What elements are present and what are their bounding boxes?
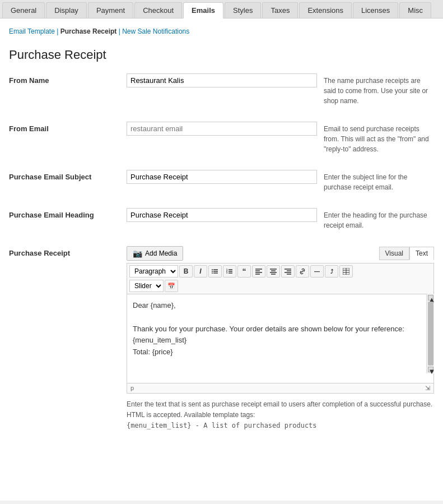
breadcrumb-email-template[interactable]: Email Template	[9, 27, 55, 35]
calendar-button[interactable]: 📅	[165, 280, 178, 292]
slider-select[interactable]: Slider	[129, 280, 164, 292]
paragraph-select[interactable]: Paragraph	[129, 265, 178, 278]
editor-toolbar: Paragraph B I 123 “	[127, 263, 434, 294]
editor-line-3: Thank you for your purchase. Your order …	[133, 323, 422, 335]
tab-extensions[interactable]: Extensions	[299, 2, 352, 18]
numbered-list-button[interactable]: 123	[223, 265, 236, 278]
toolbar-row-2: Slider 📅	[129, 280, 431, 292]
heading-hint: Enter the heading for the purchase recei…	[324, 208, 430, 230]
editor-line-4: {menu_item_list}	[133, 335, 422, 346]
add-media-button[interactable]: 📷 Add Media	[127, 246, 183, 261]
editor-content[interactable]: Dear {name}, Thank you for your purchase…	[127, 294, 434, 383]
editor-description: Enter the text that is sent as purchase …	[127, 399, 434, 432]
subject-hint: Enter the subject line for the purchase …	[324, 170, 430, 192]
italic-button[interactable]: I	[194, 265, 207, 278]
purchase-receipt-label: Purchase Receipt	[9, 246, 127, 257]
editor-wrapper: Dear {name}, Thank you for your purchase…	[127, 294, 434, 383]
from-email-field: Email to send purchase receipts from. Th…	[127, 122, 434, 154]
form-row-heading: Purchase Email Heading Enter the heading…	[9, 208, 434, 235]
svg-point-4	[212, 271, 213, 272]
form-row-from-name: From Name The name purchase receipts are…	[9, 73, 434, 110]
from-email-input[interactable]	[127, 122, 317, 136]
editor-scrollbar[interactable]: ▲ ▼	[426, 294, 434, 373]
desc-main: Enter the text that is sent as purchase …	[127, 400, 432, 419]
resize-handle[interactable]: ⇲	[425, 385, 430, 392]
tab-general[interactable]: General	[2, 2, 45, 18]
top-nav: General Display Payment Checkout Emails …	[0, 0, 443, 19]
toolbar-row-1: Paragraph B I 123 “	[129, 265, 431, 278]
scroll-up-arrow[interactable]: ▲	[428, 295, 433, 300]
from-email-hint: Email to send purchase receipts from. Th…	[324, 122, 430, 154]
editor-line-1: Dear {name},	[133, 300, 422, 312]
page-title: Purchase Receipt	[9, 48, 434, 62]
heading-label: Purchase Email Heading	[9, 208, 127, 219]
from-name-hint: The name purchase receipts are said to c…	[324, 73, 430, 106]
link-button[interactable]	[296, 265, 309, 278]
align-left-icon	[255, 268, 262, 275]
svg-point-5	[212, 272, 213, 274]
breadcrumb-current: Purchase Receipt	[60, 27, 117, 35]
tab-misc[interactable]: Misc	[399, 2, 431, 18]
breadcrumb-new-sale[interactable]: New Sale Notifications	[122, 27, 189, 35]
tab-payment[interactable]: Payment	[88, 2, 133, 18]
subject-input[interactable]	[127, 170, 317, 184]
text-tab[interactable]: Text	[409, 247, 434, 260]
breadcrumb: Email Template | Purchase Receipt | New …	[9, 24, 434, 39]
more-button[interactable]: —	[310, 265, 324, 278]
from-name-label: From Name	[9, 73, 127, 85]
desc-tag1: {menu_item_list} - A list of purchased p…	[127, 422, 317, 429]
from-name-field: The name purchase receipts are said to c…	[127, 73, 434, 106]
subject-field: Enter the subject line for the purchase …	[127, 170, 434, 192]
editor-line-5: Total: {price}	[133, 346, 422, 358]
bullet-list-button[interactable]	[208, 265, 222, 278]
breadcrumb-sep1: |	[57, 27, 58, 35]
heading-input[interactable]	[127, 208, 317, 222]
align-center-button[interactable]	[267, 265, 280, 278]
svg-point-3	[212, 269, 213, 270]
tab-checkout[interactable]: Checkout	[134, 2, 182, 18]
table-button[interactable]	[339, 265, 353, 278]
align-right-button[interactable]	[281, 265, 295, 278]
heading-field: Enter the heading for the purchase recei…	[127, 208, 434, 230]
svg-text:3: 3	[226, 271, 228, 274]
link-icon	[299, 268, 306, 275]
from-name-input[interactable]	[127, 73, 317, 87]
main-content: Email Template | Purchase Receipt | New …	[0, 19, 443, 501]
tab-emails[interactable]: Emails	[183, 2, 223, 19]
subject-label: Purchase Email Subject	[9, 170, 127, 181]
add-media-icon: 📷	[133, 249, 142, 258]
align-left-button[interactable]	[252, 265, 265, 278]
editor-bottom: p ⇲	[127, 383, 434, 394]
align-center-icon	[270, 268, 277, 275]
purchase-receipt-field: 📷 Add Media Visual Text Paragraph B I	[127, 246, 434, 432]
tab-licenses[interactable]: Licenses	[353, 2, 398, 18]
tab-styles[interactable]: Styles	[225, 2, 261, 18]
visual-text-tabs: Visual Text	[379, 247, 434, 260]
bold-button[interactable]: B	[179, 265, 193, 278]
table-icon	[343, 268, 349, 275]
editor-tag: p	[130, 385, 134, 392]
add-media-label: Add Media	[145, 249, 177, 257]
bullet-list-icon	[212, 268, 218, 275]
editor-header: 📷 Add Media Visual Text	[127, 246, 434, 261]
scroll-thumb	[428, 302, 433, 366]
visual-tab[interactable]: Visual	[379, 247, 409, 260]
fullscreen-button[interactable]: ⤴	[325, 265, 338, 278]
scroll-down-arrow[interactable]: ▼	[428, 367, 433, 372]
tab-taxes[interactable]: Taxes	[262, 2, 298, 18]
form-row-purchase-receipt: Purchase Receipt 📷 Add Media Visual Text…	[9, 246, 434, 436]
from-email-label: From Email	[9, 122, 127, 133]
blockquote-button[interactable]: “	[237, 265, 251, 278]
editor-line-2	[133, 312, 422, 323]
numbered-list-icon: 123	[226, 268, 233, 275]
form-row-from-email: From Email Email to send purchase receip…	[9, 122, 434, 159]
tab-display[interactable]: Display	[46, 2, 87, 18]
breadcrumb-sep2-char: |	[119, 27, 120, 35]
form-row-subject: Purchase Email Subject Enter the subject…	[9, 170, 434, 197]
align-right-icon	[285, 268, 291, 275]
